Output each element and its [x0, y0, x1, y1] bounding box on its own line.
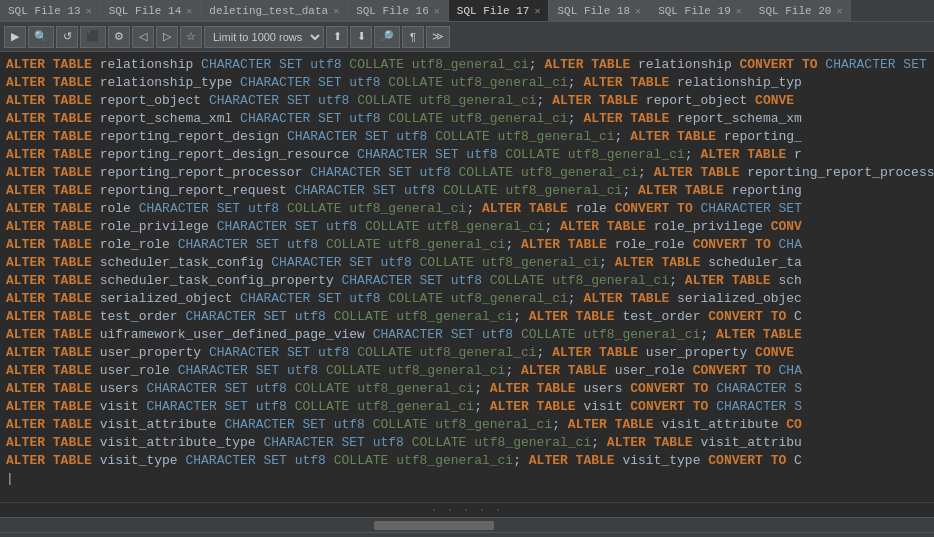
- code-line-15: ALTER TABLE test_order CHARACTER SET utf…: [6, 308, 928, 326]
- code-line-8: ALTER TABLE reporting_report_request CHA…: [6, 182, 928, 200]
- tab-label: deleting_test_data: [209, 5, 328, 17]
- code-line-19: ALTER TABLE users CHARACTER SET utf8 COL…: [6, 380, 928, 398]
- tab-close[interactable]: ✕: [836, 5, 842, 17]
- toolbar: ▶ 🔍 ↺ ⬛ ⚙ ◁ ▷ ☆ Limit to 1000 rows Limit…: [0, 22, 934, 52]
- code-line-2: ALTER TABLE relationship_type CHARACTER …: [6, 74, 928, 92]
- code-line-23: ALTER TABLE visit_type CHARACTER SET utf…: [6, 452, 928, 470]
- find-btn[interactable]: 🔍: [28, 26, 54, 48]
- tab-sql-13[interactable]: SQL File 13 ✕: [0, 0, 101, 22]
- refresh-btn[interactable]: ↺: [56, 26, 78, 48]
- back-btn[interactable]: ◁: [132, 26, 154, 48]
- tab-label: SQL File 17: [457, 5, 530, 17]
- dots-text: · · · · ·: [431, 505, 503, 516]
- tab-sql-19[interactable]: SQL File 19 ✕: [650, 0, 751, 22]
- config-btn[interactable]: ⚙: [108, 26, 130, 48]
- scroll-dots-indicator: · · · · ·: [0, 502, 934, 517]
- status-bar: [0, 532, 934, 537]
- code-line-1: ALTER TABLE relationship CHARACTER SET u…: [6, 56, 928, 74]
- tab-close[interactable]: ✕: [186, 5, 192, 17]
- code-line-22: ALTER TABLE visit_attribute_type CHARACT…: [6, 434, 928, 452]
- tab-label: SQL File 16: [356, 5, 429, 17]
- tab-label: SQL File 19: [658, 5, 731, 17]
- code-line-20: ALTER TABLE visit CHARACTER SET utf8 COL…: [6, 398, 928, 416]
- format-btn[interactable]: ¶: [402, 26, 424, 48]
- tab-close[interactable]: ✕: [534, 5, 540, 17]
- tab-label: SQL File 18: [557, 5, 630, 17]
- fwd-btn[interactable]: ▷: [156, 26, 178, 48]
- tab-sql-14[interactable]: SQL File 14 ✕: [101, 0, 202, 22]
- code-line-17: ALTER TABLE user_property CHARACTER SET …: [6, 344, 928, 362]
- code-line-10: ALTER TABLE role_privilege CHARACTER SET…: [6, 218, 928, 236]
- tab-sql-20[interactable]: SQL File 20 ✕: [751, 0, 852, 22]
- tab-close[interactable]: ✕: [736, 5, 742, 17]
- code-editor[interactable]: ALTER TABLE relationship CHARACTER SET u…: [0, 52, 934, 502]
- tab-label: SQL File 13: [8, 5, 81, 17]
- tab-close[interactable]: ✕: [86, 5, 92, 17]
- limit-select[interactable]: Limit to 1000 rows Limit to 500 rows Lim…: [204, 26, 324, 48]
- code-line-12: ALTER TABLE scheduler_task_config CHARAC…: [6, 254, 928, 272]
- code-line-16: ALTER TABLE uiframework_user_defined_pag…: [6, 326, 928, 344]
- code-line-13: ALTER TABLE scheduler_task_config_proper…: [6, 272, 928, 290]
- tab-deleting[interactable]: deleting_test_data ✕: [201, 0, 348, 22]
- code-line-18: ALTER TABLE user_role CHARACTER SET utf8…: [6, 362, 928, 380]
- code-line-11: ALTER TABLE role_role CHARACTER SET utf8…: [6, 236, 928, 254]
- tab-sql-18[interactable]: SQL File 18 ✕: [549, 0, 650, 22]
- code-line-4: ALTER TABLE report_schema_xml CHARACTER …: [6, 110, 928, 128]
- tab-bar: SQL File 13 ✕ SQL File 14 ✕ deleting_tes…: [0, 0, 934, 22]
- code-line-14: ALTER TABLE serialized_object CHARACTER …: [6, 290, 928, 308]
- code-line-9: ALTER TABLE role CHARACTER SET utf8 COLL…: [6, 200, 928, 218]
- tab-close[interactable]: ✕: [333, 5, 339, 17]
- scrollbar-thumb[interactable]: [374, 521, 494, 530]
- tab-label: SQL File 20: [759, 5, 832, 17]
- tab-label: SQL File 14: [109, 5, 182, 17]
- import-btn[interactable]: ⬇: [350, 26, 372, 48]
- code-line-6: ALTER TABLE reporting_report_design_reso…: [6, 146, 928, 164]
- tab-sql-16[interactable]: SQL File 16 ✕: [348, 0, 449, 22]
- tab-close[interactable]: ✕: [434, 5, 440, 17]
- export-btn[interactable]: ⬆: [326, 26, 348, 48]
- horizontal-scrollbar[interactable]: [0, 517, 934, 532]
- code-line-7: ALTER TABLE reporting_report_processor C…: [6, 164, 928, 182]
- code-line-5: ALTER TABLE reporting_report_design CHAR…: [6, 128, 928, 146]
- stop-btn[interactable]: ⬛: [80, 26, 106, 48]
- code-line-21: ALTER TABLE visit_attribute CHARACTER SE…: [6, 416, 928, 434]
- tab-close[interactable]: ✕: [635, 5, 641, 17]
- more-btn[interactable]: ≫: [426, 26, 450, 48]
- zoom-btn[interactable]: 🔎: [374, 26, 400, 48]
- bookmark-btn[interactable]: ☆: [180, 26, 202, 48]
- code-line-3: ALTER TABLE report_object CHARACTER SET …: [6, 92, 928, 110]
- code-line-cursor: [6, 470, 928, 488]
- tab-sql-17[interactable]: SQL File 17 ✕: [449, 0, 550, 22]
- execute-btn[interactable]: ▶: [4, 26, 26, 48]
